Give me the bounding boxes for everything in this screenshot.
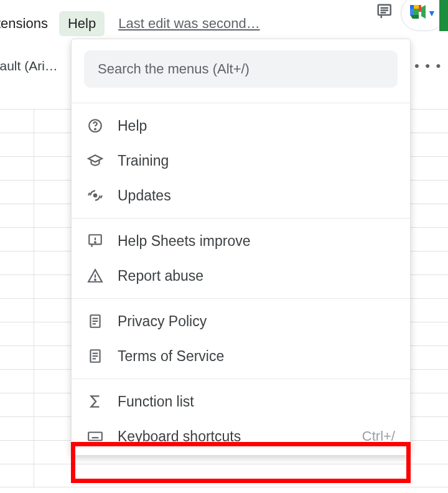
updates-icon	[86, 187, 104, 204]
menu-help[interactable]: Help	[59, 11, 105, 36]
last-edit-link[interactable]: Last edit was second…	[118, 16, 259, 32]
chevron-down-icon: ▼	[427, 8, 436, 18]
sigma-icon	[86, 393, 104, 410]
separator	[72, 298, 410, 299]
svg-rect-21	[88, 433, 102, 441]
comments-icon[interactable]	[376, 2, 394, 24]
help-item-terms[interactable]: Terms of Service	[72, 339, 410, 373]
menu-item-shortcut: Ctrl+/	[362, 428, 395, 444]
keyboard-icon	[86, 428, 104, 445]
help-item-training[interactable]: Training	[72, 143, 410, 178]
menu-search-input[interactable]	[84, 50, 398, 88]
help-item-privacy[interactable]: Privacy Policy	[72, 304, 410, 339]
menu-extensions[interactable]: xtensions	[0, 12, 55, 35]
menu-item-label: Keyboard shortcuts	[118, 428, 348, 445]
menu-item-label: Updates	[118, 187, 395, 204]
svg-point-10	[95, 242, 96, 243]
font-picker[interactable]: efault (Ari…	[0, 59, 67, 73]
share-button-edge[interactable]	[439, 0, 448, 31]
feedback-icon	[86, 232, 104, 250]
help-item-improve[interactable]: Help Sheets improve	[72, 223, 410, 258]
help-item-report-abuse[interactable]: Report abuse	[72, 258, 410, 293]
menu-item-label: Terms of Service	[118, 348, 395, 365]
help-item-updates[interactable]: Updates	[72, 178, 410, 213]
separator	[72, 378, 410, 379]
help-circle-icon	[86, 117, 104, 134]
help-item-function-list[interactable]: Function list	[72, 384, 410, 419]
training-icon	[86, 152, 104, 169]
svg-point-12	[95, 279, 96, 281]
doc-icon	[86, 347, 104, 365]
menu-item-label: Training	[118, 153, 395, 169]
menu-item-label: Help Sheets improve	[118, 233, 395, 250]
menu-item-label: Help	[118, 118, 395, 134]
separator	[72, 103, 410, 103]
menu-item-label: Privacy Policy	[118, 313, 395, 330]
help-menu-panel: Help Training Updates Help Sheets improv…	[71, 39, 411, 456]
svg-point-7	[94, 194, 96, 197]
menubar: xtensions Help Last edit was second…	[0, 11, 260, 36]
help-item-help[interactable]: Help	[72, 108, 410, 143]
menu-item-label: Function list	[118, 393, 395, 410]
svg-point-6	[95, 129, 96, 130]
warning-icon	[86, 267, 104, 284]
menu-item-label: Report abuse	[118, 268, 395, 284]
meet-icon	[410, 5, 426, 22]
doc-icon	[86, 312, 104, 330]
toolbar-more-button[interactable]: • • •	[414, 59, 442, 73]
separator	[72, 218, 410, 218]
help-item-keyboard-shortcuts[interactable]: Keyboard shortcuts Ctrl+/	[72, 419, 410, 454]
